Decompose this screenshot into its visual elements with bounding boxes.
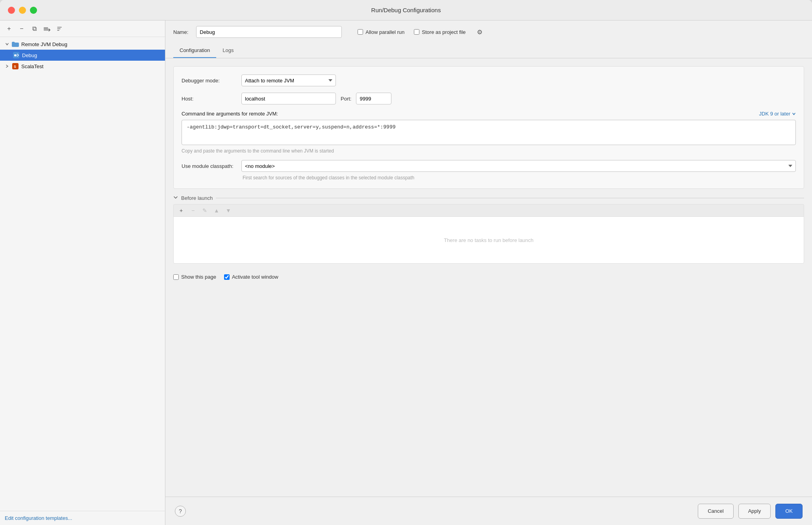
tree-item-remote-jvm-debug[interactable]: Remote JVM Debug (0, 39, 165, 50)
footer-left: ? (175, 506, 186, 517)
before-launch-title: Before launch (181, 195, 213, 201)
before-launch-header: Before launch (173, 195, 804, 201)
maximize-button[interactable] (30, 7, 37, 14)
gear-icon[interactable]: ⚙ (477, 28, 482, 36)
svg-rect-2 (14, 54, 17, 56)
sidebar-footer: Edit configuration templates... (0, 511, 165, 525)
module-label: Use module classpath: (182, 163, 237, 169)
config-content: Debugger mode: Attach to remote JVM List… (165, 58, 812, 497)
allow-parallel-checkbox[interactable] (358, 29, 363, 35)
jdk-link[interactable]: JDK 9 or later (759, 111, 796, 117)
host-input[interactable] (241, 93, 336, 104)
collapse-before-launch-icon[interactable] (173, 195, 178, 201)
header-checkboxes: Allow parallel run Store as project file… (358, 28, 482, 36)
sidebar-tree: Remote JVM Debug Debug (0, 37, 165, 511)
config-section-main: Debugger mode: Attach to remote JVM List… (173, 66, 804, 189)
main-panel: Name: Allow parallel run Store as projec… (165, 20, 812, 525)
sort-config-button[interactable] (55, 24, 64, 33)
bottom-options: Show this page Activate tool window (173, 270, 804, 280)
folder-icon (12, 41, 19, 48)
show-page-label[interactable]: Show this page (173, 274, 216, 280)
window: Run/Debug Configurations + − ⧉ (0, 0, 812, 525)
apply-button[interactable]: Apply (738, 504, 771, 519)
sidebar-toolbar: + − ⧉ (0, 20, 165, 37)
module-hint: First search for sources of the debugged… (243, 175, 796, 181)
title-bar: Run/Debug Configurations (0, 0, 812, 20)
tree-item-label: Remote JVM Debug (21, 41, 67, 47)
bl-add-button[interactable]: + (177, 206, 185, 215)
svg-text:S: S (14, 65, 16, 69)
tree-item-label: ScalaTest (21, 63, 43, 69)
before-launch-list: There are no tasks to run before launch (173, 216, 804, 264)
show-page-checkbox[interactable] (173, 274, 179, 280)
cancel-button[interactable]: Cancel (698, 504, 733, 519)
activate-window-label[interactable]: Activate tool window (224, 274, 278, 280)
name-input[interactable] (196, 26, 342, 38)
cmd-args-label: Command line arguments for remote JVM: (182, 111, 278, 117)
tab-logs[interactable]: Logs (216, 43, 240, 58)
debugger-mode-select[interactable]: Attach to remote JVM Listen to remote JV… (241, 74, 336, 86)
allow-parallel-label[interactable]: Allow parallel run (358, 29, 404, 35)
cmd-args-hint: Copy and paste the arguments to the comm… (182, 148, 796, 154)
edit-templates-link[interactable]: Edit configuration templates... (5, 515, 72, 521)
move-config-button[interactable] (43, 24, 51, 33)
port-input[interactable] (356, 93, 391, 104)
traffic-lights (8, 7, 37, 14)
port-label: Port: (341, 96, 351, 102)
store-project-label[interactable]: Store as project file (414, 29, 465, 35)
help-button[interactable]: ? (175, 506, 186, 517)
close-button[interactable] (8, 7, 15, 14)
before-launch-toolbar: + − ✎ ▲ ▼ (173, 204, 804, 216)
chevron-right-icon (5, 64, 9, 69)
scalatest-icon: S (12, 63, 19, 70)
bl-remove-button[interactable]: − (189, 206, 197, 215)
svg-rect-0 (44, 27, 48, 31)
bl-edit-button[interactable]: ✎ (200, 206, 209, 215)
activate-window-checkbox[interactable] (224, 274, 230, 280)
bl-up-button[interactable]: ▲ (212, 206, 221, 215)
before-launch-section: Before launch + − ✎ ▲ ▼ There are no tas… (173, 195, 804, 264)
main-header: Name: Allow parallel run Store as projec… (165, 20, 812, 43)
cmd-args-box: -agentlib:jdwp=transport=dt_socket,serve… (182, 120, 796, 145)
sidebar: + − ⧉ (0, 20, 165, 525)
ok-button[interactable]: OK (775, 504, 803, 519)
debug-config-icon (13, 52, 20, 59)
store-project-checkbox[interactable] (414, 29, 419, 35)
host-label: Host: (182, 96, 237, 102)
host-port-row: Host: Port: (182, 93, 796, 104)
module-select[interactable]: <no module> (241, 160, 796, 172)
tree-item-debug[interactable]: Debug (0, 50, 165, 61)
add-config-button[interactable]: + (5, 24, 13, 33)
name-label: Name: (173, 29, 188, 35)
cmd-args-header-row: Command line arguments for remote JVM: J… (182, 111, 796, 117)
remove-config-button[interactable]: − (17, 24, 26, 33)
footer: ? Cancel Apply OK (165, 497, 812, 525)
debugger-mode-label: Debugger mode: (182, 78, 237, 84)
minimize-button[interactable] (19, 7, 26, 14)
debugger-mode-row: Debugger mode: Attach to remote JVM List… (182, 74, 796, 86)
window-title: Run/Debug Configurations (371, 7, 441, 13)
chevron-down-icon (5, 42, 9, 47)
tabs-container: Configuration Logs (165, 43, 812, 58)
tab-configuration[interactable]: Configuration (173, 43, 216, 58)
tree-item-scalatest[interactable]: S ScalaTest (0, 61, 165, 72)
content-area: + − ⧉ (0, 20, 812, 525)
no-tasks-text: There are no tasks to run before launch (444, 237, 534, 243)
tree-item-label: Debug (22, 52, 37, 58)
copy-config-button[interactable]: ⧉ (30, 24, 39, 33)
section-divider (216, 198, 804, 198)
module-row: Use module classpath: <no module> (182, 160, 796, 172)
bl-down-button[interactable]: ▼ (224, 206, 233, 215)
